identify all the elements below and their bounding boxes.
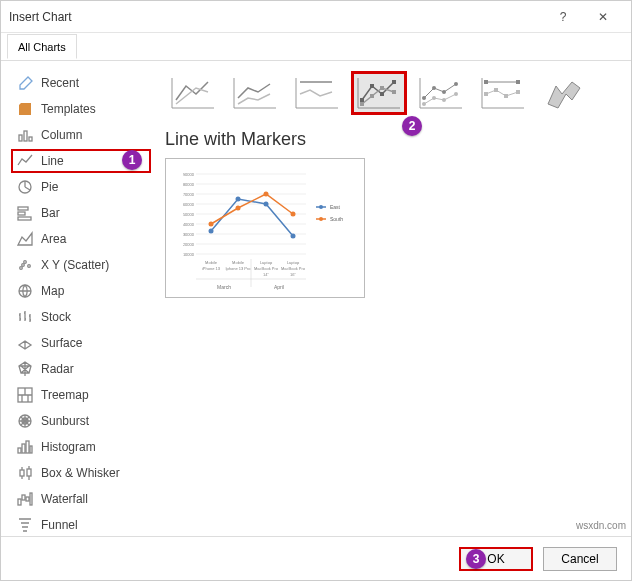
svg-rect-2 [29, 137, 32, 141]
sidebar-item-map[interactable]: Map [11, 279, 151, 303]
svg-text:70000: 70000 [183, 192, 195, 197]
svg-point-72 [291, 234, 296, 239]
svg-rect-24 [30, 493, 32, 505]
sidebar-item-label: Map [41, 284, 64, 298]
area-icon [17, 231, 33, 247]
svg-rect-17 [26, 441, 29, 453]
svg-text:South: South [330, 216, 343, 222]
sidebar-item-label: Funnel [41, 518, 78, 532]
sunburst-icon [17, 413, 33, 429]
svg-rect-22 [22, 495, 25, 500]
sidebar-item-label: Templates [41, 102, 96, 116]
svg-text:10000: 10000 [183, 252, 195, 257]
help-button[interactable]: ? [543, 10, 583, 24]
subtype-100-stacked-line[interactable] [289, 71, 345, 115]
sidebar-item-pie[interactable]: Pie [11, 175, 151, 199]
waterfall-icon [17, 491, 33, 507]
svg-rect-50 [516, 90, 520, 94]
svg-point-74 [236, 206, 241, 211]
sidebar-item-templates[interactable]: Templates [11, 97, 151, 121]
sidebar-item-recent[interactable]: Recent [11, 71, 151, 95]
sidebar-item-radar[interactable]: Radar [11, 357, 151, 381]
chart-preview[interactable]: 9000080000700006000050000400003000020000… [165, 158, 365, 298]
svg-text:March: March [217, 284, 231, 290]
subtype-title: Line with Markers [165, 129, 621, 150]
svg-point-71 [264, 202, 269, 207]
sidebar-item-stock[interactable]: Stock [11, 305, 151, 329]
sidebar-item-boxwhisker[interactable]: Box & Whisker [11, 461, 151, 485]
svg-rect-1 [24, 131, 27, 141]
svg-rect-34 [370, 94, 374, 98]
svg-point-7 [20, 267, 23, 270]
svg-point-43 [442, 98, 446, 102]
svg-point-42 [432, 96, 436, 100]
svg-rect-36 [392, 90, 396, 94]
line-icon [17, 153, 33, 169]
surface-icon [17, 335, 33, 351]
svg-text:90000: 90000 [183, 172, 195, 177]
callout-3: 3 [466, 549, 486, 569]
subtype-100-stacked-line-markers[interactable] [475, 71, 531, 115]
dialog-body: Recent Templates Column Line Pie Bar [1, 61, 631, 536]
svg-point-78 [319, 205, 323, 209]
cancel-button[interactable]: Cancel [543, 547, 617, 571]
subtype-stacked-line-markers[interactable] [413, 71, 469, 115]
svg-text:14": 14" [263, 272, 269, 277]
dialog-title: Insert Chart [9, 10, 543, 24]
sidebar-item-bar[interactable]: Bar [11, 201, 151, 225]
sidebar-item-treemap[interactable]: Treemap [11, 383, 151, 407]
treemap-icon [17, 387, 33, 403]
svg-rect-16 [22, 444, 25, 453]
svg-rect-46 [516, 80, 520, 84]
sidebar-item-waterfall[interactable]: Waterfall [11, 487, 151, 511]
svg-text:Laptop: Laptop [287, 260, 300, 265]
svg-rect-35 [380, 86, 384, 90]
svg-rect-20 [27, 469, 31, 476]
svg-point-73 [209, 222, 214, 227]
svg-point-41 [422, 102, 426, 106]
sidebar-item-scatter[interactable]: X Y (Scatter) [11, 253, 151, 277]
tab-all-charts[interactable]: All Charts [7, 34, 77, 59]
svg-rect-4 [18, 207, 28, 210]
sidebar-item-column[interactable]: Column [11, 123, 151, 147]
sidebar-item-label: Histogram [41, 440, 96, 454]
titlebar: Insert Chart ? ✕ [1, 1, 631, 33]
sidebar-item-area[interactable]: Area [11, 227, 151, 251]
subtype-line-markers[interactable] [351, 71, 407, 115]
svg-text:MacBook Pro: MacBook Pro [254, 266, 279, 271]
svg-rect-48 [494, 88, 498, 92]
sidebar-item-label: Stock [41, 310, 71, 324]
ok-label: OK [487, 552, 504, 566]
svg-text:16": 16" [290, 272, 296, 277]
sidebar-item-surface[interactable]: Surface [11, 331, 151, 355]
svg-point-37 [422, 96, 426, 100]
callout-1: 1 [122, 150, 142, 170]
subtype-stacked-line[interactable] [227, 71, 283, 115]
sidebar-item-label: Area [41, 232, 66, 246]
sidebar-item-histogram[interactable]: Histogram [11, 435, 151, 459]
close-button[interactable]: ✕ [583, 10, 623, 24]
svg-rect-32 [392, 80, 396, 84]
svg-rect-21 [18, 499, 21, 505]
sidebar-item-label: X Y (Scatter) [41, 258, 109, 272]
svg-text:Iphone 13 Pro: Iphone 13 Pro [225, 266, 251, 271]
tabstrip: All Charts [1, 33, 631, 61]
sidebar-item-label: Box & Whisker [41, 466, 120, 480]
map-icon [17, 283, 33, 299]
svg-rect-33 [360, 102, 364, 106]
cancel-label: Cancel [561, 552, 598, 566]
radar-icon [17, 361, 33, 377]
sidebar-item-funnel[interactable]: Funnel [11, 513, 151, 536]
svg-text:East: East [330, 204, 341, 210]
footer: OK Cancel [1, 536, 631, 580]
subtype-line[interactable] [165, 71, 221, 115]
sidebar-item-sunburst[interactable]: Sunburst [11, 409, 151, 433]
sidebar-item-label: Pie [41, 180, 58, 194]
subtype-3d-line[interactable] [537, 71, 593, 115]
svg-text:50000: 50000 [183, 212, 195, 217]
svg-rect-18 [30, 446, 32, 453]
svg-text:April: April [274, 284, 284, 290]
sidebar-item-label: Sunburst [41, 414, 89, 428]
subtype-thumbs [161, 71, 621, 115]
sidebar-item-label: Waterfall [41, 492, 88, 506]
